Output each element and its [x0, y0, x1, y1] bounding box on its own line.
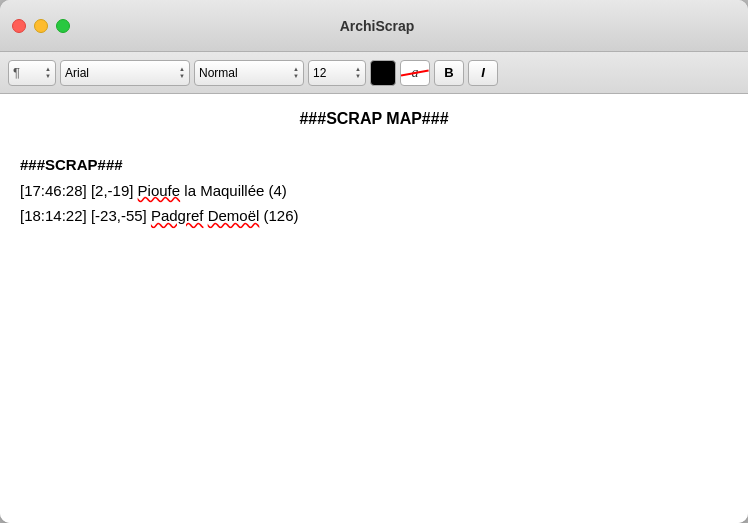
- maximize-button[interactable]: [56, 19, 70, 33]
- paragraph-chevron-icon: [45, 66, 51, 79]
- scrap-section-header: ###SCRAP###: [20, 156, 123, 173]
- italic-label: I: [481, 65, 485, 80]
- scrap-map-heading: ###SCRAP MAP###: [20, 110, 728, 128]
- content-line-1: [17:46:28] [2,-19] Pioufe la Maquillée (…: [20, 178, 728, 204]
- size-chevron-icon: [355, 66, 361, 79]
- paragraph-symbol: ¶: [13, 65, 20, 80]
- font-name-label: Arial: [65, 66, 89, 80]
- italic-a-label: a: [412, 65, 419, 81]
- close-button[interactable]: [12, 19, 26, 33]
- font-size-label: 12: [313, 66, 326, 80]
- spell-error-padgref: Padgref: [151, 207, 204, 224]
- spell-error-pioufe: Pioufe: [138, 182, 181, 199]
- text-color-button[interactable]: [370, 60, 396, 86]
- highlight-color-button[interactable]: a: [400, 60, 430, 86]
- text-content-area[interactable]: ###SCRAP MAP### ###SCRAP### [17:46:28] […: [0, 94, 748, 523]
- toolbar: ¶ Arial Normal 12 a B I: [0, 52, 748, 94]
- style-selector[interactable]: Normal: [194, 60, 304, 86]
- style-name-label: Normal: [199, 66, 238, 80]
- title-bar: ArchiScrap: [0, 0, 748, 52]
- content-section: ###SCRAP### [17:46:28] [2,-19] Pioufe la…: [20, 152, 728, 229]
- font-selector[interactable]: Arial: [60, 60, 190, 86]
- content-line-2: [18:14:22] [-23,-55] Padgref Demoël (126…: [20, 203, 728, 229]
- paragraph-selector[interactable]: ¶: [8, 60, 56, 86]
- window-title: ArchiScrap: [340, 18, 415, 34]
- app-window: ArchiScrap ¶ Arial Normal 12 a B I: [0, 0, 748, 523]
- font-chevron-icon: [179, 66, 185, 79]
- spell-error-demoel: Demoël: [208, 207, 260, 224]
- bold-label: B: [444, 65, 453, 80]
- bold-button[interactable]: B: [434, 60, 464, 86]
- italic-button[interactable]: I: [468, 60, 498, 86]
- minimize-button[interactable]: [34, 19, 48, 33]
- style-chevron-icon: [293, 66, 299, 79]
- window-title-area: ArchiScrap: [334, 18, 415, 34]
- traffic-lights: [12, 19, 70, 33]
- size-selector[interactable]: 12: [308, 60, 366, 86]
